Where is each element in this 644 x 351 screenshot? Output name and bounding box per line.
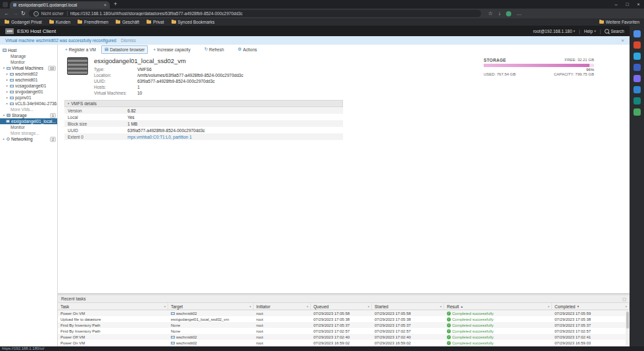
table-row[interactable]: Upload file to datastore esxigodangel01_… <box>58 316 630 322</box>
tab-close-icon[interactable]: × <box>104 3 106 7</box>
bookmark-item[interactable]: Privat <box>147 20 164 24</box>
divider: | <box>600 29 601 34</box>
sidebar-item-vm[interactable]: ▸ vCLS-34e9404c-2736-... <box>0 101 57 106</box>
column-header-started[interactable]: Started ▾ <box>372 303 444 310</box>
toolbar-button[interactable]: ⚙ Actions <box>235 45 260 54</box>
table-row[interactable]: Power On VM wschmidt02 root 07/29/2023 1… <box>58 340 630 346</box>
bookmark-item[interactable]: Geschäft <box>116 20 139 24</box>
sidebar-item-manage[interactable]: Manage <box>0 53 57 59</box>
sidebar-item-vm[interactable]: ▸ vcsagodangel01 <box>0 83 57 89</box>
task-name: Power On VM <box>58 312 168 316</box>
sidebar-item-vm[interactable]: ▸ pcpnv01 <box>0 95 57 101</box>
filter-caret-icon[interactable]: ▾ <box>548 305 549 308</box>
browser-tab[interactable]: esxigodangel01.godangel.local × <box>10 1 110 9</box>
filter-caret-icon[interactable]: ▾ <box>250 305 251 308</box>
expand-caret-icon[interactable]: ▾ <box>3 66 5 70</box>
banner-dismiss-link[interactable]: Dismiss <box>121 38 136 43</box>
expand-caret-icon[interactable]: ▸ <box>6 78 9 82</box>
table-row[interactable]: Power On VM wschmidt02 root 07/29/2023 1… <box>58 310 630 316</box>
task-target[interactable]: esxigodangel01_local_ssd02_vm <box>168 317 254 321</box>
url-bar[interactable]: Nicht sicher https://192.168.1.180/ui/#/… <box>29 10 481 17</box>
maximize-button[interactable]: □ <box>622 0 633 9</box>
filter-caret-icon[interactable]: ▾ <box>440 305 442 308</box>
task-target[interactable]: wschmidt02 <box>168 341 254 345</box>
table-row[interactable]: Power Off VM wschmidt02 root 07/29/2023 … <box>58 334 630 340</box>
vmfs-details-header[interactable]: ▾ VMFS details <box>64 100 343 107</box>
sidebar-app-icon[interactable] <box>633 41 641 49</box>
filter-caret-icon[interactable]: ▾ <box>626 305 627 308</box>
help-menu[interactable]: Help ▾ <box>584 29 596 34</box>
expand-caret-icon[interactable]: ▸ <box>6 90 9 93</box>
bookmark-item[interactable]: Godangel Privat <box>5 20 42 24</box>
tab-actions-icon[interactable] <box>3 2 8 7</box>
back-icon[interactable]: ← <box>4 9 9 18</box>
filter-caret-icon[interactable]: ▾ <box>307 305 308 308</box>
sidebar-item-vm[interactable]: ▸ srvgodangel01 <box>0 89 57 95</box>
sidebar-item-more-storage[interactable]: More storage... <box>0 130 57 136</box>
sidebar-app-icon[interactable] <box>633 86 641 93</box>
recent-tasks-header[interactable]: Recent tasks ▢ <box>58 295 630 303</box>
folder-icon <box>599 20 604 24</box>
column-header-initiator[interactable]: Initiator ▾ <box>254 303 311 310</box>
expand-caret-icon[interactable]: ▸ <box>6 96 9 99</box>
new-tab-button[interactable]: + <box>114 1 117 7</box>
sidebar-item-vm[interactable]: ▸ wschmidt01 <box>0 77 57 83</box>
other-favorites[interactable]: Weitere Favoriten <box>599 20 639 24</box>
banner-close-icon[interactable]: × <box>621 37 624 43</box>
refresh-icon[interactable]: ↻ <box>21 9 26 18</box>
sidebar-app-icon[interactable] <box>633 75 641 82</box>
column-header-completed[interactable]: Completed ▼ ▾ <box>552 303 630 310</box>
tasks-scrollbar[interactable] <box>626 311 629 346</box>
column-header-task[interactable]: Task ▾ <box>58 303 168 310</box>
task-target[interactable]: None <box>168 323 254 327</box>
task-target[interactable]: wschmidt02 <box>168 312 254 316</box>
filter-caret-icon[interactable]: ▾ <box>164 305 166 308</box>
minimize-button[interactable]: – <box>610 0 622 9</box>
toolbar-button[interactable]: + Increase capacity <box>150 45 193 53</box>
forward-icon[interactable]: → <box>12 9 18 18</box>
search-box[interactable]: Search <box>605 29 624 34</box>
sidebar-item-storage-monitor[interactable]: Monitor <box>0 124 57 130</box>
bookmark-item[interactable]: Synced Bookmarks <box>172 20 215 24</box>
expand-caret-icon[interactable]: ▸ <box>6 84 9 87</box>
sidebar-item-networking[interactable]: ▸ Networking 2 <box>0 136 57 142</box>
sidebar-app-icon[interactable] <box>633 64 641 71</box>
bookmark-item[interactable]: Fremdfirmen <box>78 20 108 24</box>
toolbar-button[interactable]: + Register a VM <box>62 45 99 53</box>
column-header-result[interactable]: Result ▲ ▾ <box>444 303 552 310</box>
sidebar-app-icon[interactable] <box>633 97 641 105</box>
not-secure-icon[interactable] <box>34 11 39 16</box>
sidebar-app-icon[interactable] <box>633 30 641 37</box>
expand-caret-icon[interactable]: ▾ <box>3 114 5 117</box>
table-row[interactable]: Find By Inventory Path None root 07/29/2… <box>58 328 630 334</box>
sidebar-item-host[interactable]: Host <box>0 47 57 53</box>
user-menu[interactable]: root@192.168.1.180 ▾ <box>533 29 575 34</box>
sidebar-item-more-vms[interactable]: More VMs... <box>0 106 57 112</box>
column-header-queued[interactable]: Queued ▾ <box>311 303 372 310</box>
sidebar-item-datastore-selected[interactable]: esxigodangel01_local... <box>0 118 57 124</box>
sidebar-item-vm[interactable]: ▸ wschmidt02 <box>0 71 57 77</box>
table-row[interactable]: Find By Inventory Path None root 07/29/2… <box>58 322 630 328</box>
column-header-target[interactable]: Target ▾ <box>168 303 254 310</box>
close-button[interactable]: × <box>633 0 644 9</box>
browser-menu-icon[interactable]: … <box>517 11 522 16</box>
expand-caret-icon[interactable]: ▸ <box>6 102 9 105</box>
profile-avatar[interactable] <box>506 11 511 16</box>
scrollbar-thumb[interactable] <box>626 312 629 329</box>
bookmark-item[interactable]: Kunden <box>49 20 70 24</box>
expand-caret-icon[interactable]: ▸ <box>6 72 9 76</box>
task-target[interactable]: None <box>168 329 254 333</box>
sidebar-app-icon[interactable] <box>633 53 641 60</box>
sidebar-item-storage[interactable]: ▾ Storage 1 <box>0 112 57 118</box>
sidebar-item-monitor[interactable]: Monitor <box>0 59 57 65</box>
sidebar-app-icon[interactable] <box>633 108 641 116</box>
task-target[interactable]: wschmidt02 <box>168 335 254 339</box>
tasks-expand-icon[interactable]: ▢ <box>622 296 626 301</box>
filter-caret-icon[interactable]: ▾ <box>368 305 369 308</box>
downloads-icon[interactable]: ↓ <box>498 11 501 16</box>
sidebar-item-virtual-machines[interactable]: ▾ Virtual Machines 10 <box>0 65 57 71</box>
toolbar-button[interactable]: ↻ Refresh <box>201 45 227 54</box>
favorites-star-icon[interactable]: ☆ <box>488 11 493 16</box>
toolbar-button[interactable]: ▤ Datastore browser <box>101 45 148 54</box>
expand-caret-icon[interactable]: ▸ <box>3 137 5 141</box>
